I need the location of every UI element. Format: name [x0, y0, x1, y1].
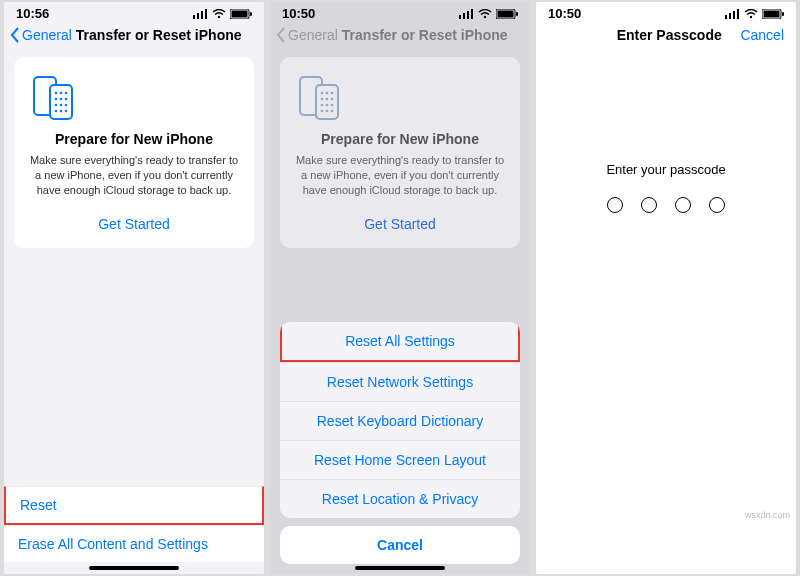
options-list: Reset Erase All Content and Settings [4, 486, 264, 562]
svg-point-26 [484, 15, 486, 17]
status-bar: 10:50 [536, 2, 796, 23]
signal-icon [193, 9, 208, 19]
reset-row[interactable]: Reset [4, 486, 264, 525]
svg-point-35 [321, 98, 324, 101]
battery-icon [496, 9, 518, 19]
passcode-dot [641, 197, 657, 213]
screen-reset-settings: 10:56 General Transfer or Reset iPhone P… [4, 2, 264, 574]
status-time: 10:56 [16, 6, 49, 21]
svg-point-10 [55, 92, 58, 95]
svg-point-4 [218, 15, 220, 17]
page-title: Transfer or Reset iPhone [342, 27, 524, 43]
svg-rect-23 [463, 13, 465, 19]
cancel-button[interactable]: Cancel [740, 27, 784, 43]
home-indicator[interactable] [355, 566, 445, 570]
nav-bar: Enter Passcode Cancel [536, 23, 796, 51]
svg-point-37 [331, 98, 334, 101]
sheet-cancel-button[interactable]: Cancel [280, 526, 520, 564]
passcode-dot [675, 197, 691, 213]
passcode-dots [536, 197, 796, 213]
svg-rect-7 [250, 12, 252, 16]
passcode-dot [607, 197, 623, 213]
svg-point-19 [55, 110, 58, 113]
svg-rect-3 [205, 9, 207, 19]
status-time: 10:50 [282, 6, 315, 21]
svg-rect-29 [516, 12, 518, 16]
svg-rect-9 [50, 85, 72, 119]
status-bar: 10:50 [270, 2, 530, 23]
svg-rect-6 [232, 10, 248, 17]
prepare-card: Prepare for New iPhone Make sure everyth… [14, 57, 254, 248]
svg-rect-0 [193, 15, 195, 19]
svg-rect-44 [725, 15, 727, 19]
svg-point-18 [65, 104, 68, 107]
get-started-button[interactable]: Get Started [26, 210, 242, 238]
svg-rect-50 [764, 10, 780, 17]
screen-reset-actionsheet: 10:50 General Transfer or Reset iPhone P… [270, 2, 530, 574]
svg-rect-22 [459, 15, 461, 19]
reset-location-privacy[interactable]: Reset Location & Privacy [280, 479, 520, 518]
wifi-icon [744, 9, 758, 19]
status-indicators [193, 9, 252, 19]
passcode-area: Enter your passcode [536, 162, 796, 213]
svg-rect-31 [316, 85, 338, 119]
nav-bar: General Transfer or Reset iPhone [270, 23, 530, 51]
devices-icon [292, 75, 346, 121]
back-button[interactable]: General [10, 27, 72, 43]
devices-icon [26, 75, 80, 121]
card-title: Prepare for New iPhone [292, 131, 508, 147]
reset-keyboard-dictionary[interactable]: Reset Keyboard Dictionary [280, 401, 520, 440]
chevron-left-icon [276, 27, 286, 43]
chevron-left-icon [10, 27, 20, 43]
svg-point-34 [331, 92, 334, 95]
reset-all-settings[interactable]: Reset All Settings [280, 322, 520, 362]
reset-network-settings[interactable]: Reset Network Settings [280, 362, 520, 401]
svg-point-41 [321, 110, 324, 113]
svg-point-33 [326, 92, 329, 95]
svg-rect-24 [467, 11, 469, 19]
svg-point-48 [750, 15, 752, 17]
reset-home-screen-layout[interactable]: Reset Home Screen Layout [280, 440, 520, 479]
svg-rect-51 [782, 12, 784, 16]
svg-point-20 [60, 110, 63, 113]
svg-rect-1 [197, 13, 199, 19]
svg-point-42 [326, 110, 329, 113]
battery-icon [762, 9, 784, 19]
status-bar: 10:56 [4, 2, 264, 23]
watermark: wsxdn.com [745, 510, 790, 520]
svg-rect-2 [201, 11, 203, 19]
svg-rect-28 [498, 10, 514, 17]
action-sheet: Reset All Settings Reset Network Setting… [280, 322, 520, 564]
svg-point-12 [65, 92, 68, 95]
svg-point-13 [55, 98, 58, 101]
status-indicators [725, 9, 784, 19]
page-title: Transfer or Reset iPhone [76, 27, 258, 43]
nav-bar: General Transfer or Reset iPhone [4, 23, 264, 51]
signal-icon [459, 9, 474, 19]
prepare-card-dimmed: Prepare for New iPhone Make sure everyth… [280, 57, 520, 248]
svg-rect-25 [471, 9, 473, 19]
svg-point-38 [321, 104, 324, 107]
card-title: Prepare for New iPhone [26, 131, 242, 147]
signal-icon [725, 9, 740, 19]
svg-point-15 [65, 98, 68, 101]
svg-point-39 [326, 104, 329, 107]
back-label: General [22, 27, 72, 43]
erase-all-row[interactable]: Erase All Content and Settings [4, 525, 264, 562]
home-indicator[interactable] [89, 566, 179, 570]
battery-icon [230, 9, 252, 19]
card-body: Make sure everything's ready to transfer… [26, 153, 242, 198]
svg-rect-47 [737, 9, 739, 19]
passcode-hint: Enter your passcode [536, 162, 796, 177]
wifi-icon [478, 9, 492, 19]
passcode-dot [709, 197, 725, 213]
card-body: Make sure everything's ready to transfer… [292, 153, 508, 198]
back-button: General [276, 27, 338, 43]
get-started-button: Get Started [292, 210, 508, 238]
svg-point-43 [331, 110, 334, 113]
screen-enter-passcode: 10:50 Enter Passcode Cancel Enter your p… [536, 2, 796, 574]
back-label: General [288, 27, 338, 43]
svg-point-17 [60, 104, 63, 107]
status-indicators [459, 9, 518, 19]
page-title: Enter Passcode [617, 27, 722, 43]
